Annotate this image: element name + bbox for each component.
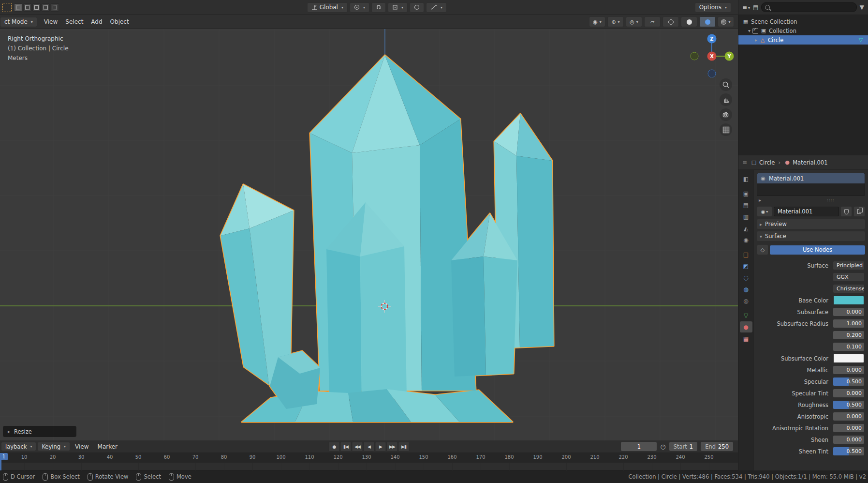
overlays-dropdown[interactable]: ◎▾ [626,16,642,27]
use-nodes-button[interactable]: Use Nodes [770,245,865,255]
playback-dropdown[interactable]: layback ▾ [1,442,36,451]
previous-keyframe-button[interactable]: ◀◀ [352,442,363,452]
disclosure-triangle[interactable]: ▾ [748,28,750,33]
filter-icon[interactable]: ▼ [860,4,864,11]
property-subsurface[interactable]: 0.000 [833,308,864,316]
jump-to-end-button[interactable]: ▶▮ [398,442,410,452]
properties-editor-type-icon[interactable]: ≡ [742,159,747,166]
property-anisotropic[interactable]: 0.000 [833,412,864,421]
viewport-canvas[interactable] [0,29,738,440]
gizmo-axis-z-negative[interactable] [708,70,716,77]
shading-rendered-button[interactable]: ▾ [718,16,734,27]
panel-surface[interactable]: ▾ Surface [757,231,865,241]
xray-toggle[interactable]: ▱ [644,16,661,27]
property-surface[interactable]: Principled BSDF [833,261,864,270]
menu-select[interactable]: Select [61,18,87,25]
disclosure-triangle[interactable]: ▸ [8,429,10,434]
tab-physics[interactable]: ◍ [740,284,752,295]
play-button[interactable]: ▶ [375,442,386,452]
shading-wireframe-button[interactable] [662,16,679,27]
tab-output[interactable]: ▤ [740,199,752,211]
playhead[interactable]: 1 [0,453,8,460]
display-mode-icon[interactable]: ▤ [753,4,758,11]
select-mode-invert[interactable] [42,3,50,12]
property-subsurface-color[interactable] [833,354,864,363]
operator-panel[interactable]: ▸ Resize [3,426,76,437]
menu-view[interactable]: View [40,18,61,25]
property-sheen[interactable]: 0.000 [833,436,864,444]
toggle-perspective-button[interactable] [720,123,732,136]
select-mode-set[interactable] [14,3,22,12]
tab-render[interactable]: ▣ [740,188,752,199]
keying-dropdown[interactable]: Keying ▾ [37,442,70,451]
gizmo-axis-y-negative[interactable] [691,52,698,60]
record-button[interactable]: ● [329,442,340,452]
jump-to-start-button[interactable]: ▮◀ [340,442,352,452]
property-ggx[interactable]: GGX [833,273,864,281]
tab-texture[interactable]: ▦ [740,333,752,344]
collection-checkbox[interactable] [752,28,758,34]
material-name-field[interactable]: Material.001 [774,207,839,216]
timeline-ruler[interactable]: 1 10203040506070809010011012013014015016… [0,453,738,470]
menu-marker[interactable]: Marker [94,443,121,450]
outliner-row-scene-collection[interactable]: ▦ Scene Collection [738,17,868,26]
tab-world[interactable]: ◉ [740,234,752,245]
disclosure-triangle[interactable]: ▸ [755,37,757,43]
outliner-search[interactable] [761,2,856,12]
breadcrumb-object[interactable]: □ Circle [750,159,775,166]
outliner-editor-type-icon[interactable]: ≡▾ [742,4,750,11]
tab-tool[interactable]: ◧ [740,173,752,184]
end-frame-field[interactable]: End 250 [701,442,733,451]
property-0-100[interactable]: 0.100 [833,343,864,351]
play-reverse-button[interactable]: ◀ [364,442,375,452]
property-specular-tint[interactable]: 0.000 [833,389,864,397]
property-base-color[interactable] [833,296,864,305]
current-frame-field[interactable]: 1 [621,442,657,451]
tab-particles[interactable]: ◌ [740,272,752,283]
crystal-object[interactable] [221,55,554,422]
tab-view-layer[interactable]: ▥ [740,211,752,222]
property-0-200[interactable]: 0.200 [833,331,864,339]
viewport-3d[interactable]: Right Orthographic (1) Collection | Circ… [0,29,738,440]
menu-view-timeline[interactable]: View [71,443,92,450]
navigation-gizmo[interactable]: Z Y X [689,31,735,79]
outliner-row-collection[interactable]: ▾ ▣ Collection [738,26,868,35]
tab-object-data[interactable]: ▽ [740,310,752,321]
outliner-row-circle[interactable]: ▸ △ Circle ▽ [738,35,868,45]
tab-scene[interactable]: ◭ [740,223,752,234]
gizmos-dropdown[interactable]: ⊕▾ [607,16,624,27]
specials-menu[interactable]: ▸ [759,197,761,203]
breadcrumb-material[interactable]: ● Material.001 [784,159,827,166]
tab-modifiers[interactable]: ◩ [740,260,752,272]
pan-button[interactable] [720,93,732,106]
material-slot[interactable]: ◉ Material.001 [757,173,865,183]
pivot-point-dropdown[interactable]: ▾ [350,2,369,13]
shading-material-preview-button[interactable] [699,16,716,27]
zoom-button[interactable] [720,78,732,91]
select-mode-subtract[interactable] [32,3,41,12]
property-roughness[interactable]: 0.500 [833,401,864,409]
start-frame-field[interactable]: Start 1 [669,442,697,451]
mode-dropdown[interactable]: ct Mode ▾ [0,17,37,27]
search-input[interactable] [772,4,853,10]
proportional-falloff-dropdown[interactable]: ▾ [426,2,447,13]
object-visibility-dropdown[interactable]: ◉▾ [589,16,605,27]
menu-add[interactable]: Add [87,18,106,25]
stopwatch-icon[interactable]: ◷ [660,443,665,450]
browse-material-button[interactable]: ◉▾ [757,206,772,217]
options-dropdown[interactable]: Options ▾ [695,2,731,13]
material-slot-list[interactable]: ◉ Material.001 [757,173,865,196]
active-tool-icon[interactable] [2,3,12,12]
resize-grip[interactable]: ∷∷ [827,197,834,203]
tab-material[interactable]: ● [740,321,752,332]
panel-preview[interactable]: ▸ Preview [757,219,865,229]
next-keyframe-button[interactable]: ▶▶ [387,442,398,452]
property-anisotropic-rotation[interactable]: 0.000 [833,424,864,432]
tab-constraints[interactable]: ◎ [740,295,752,306]
transform-orientation-dropdown[interactable]: Global ▾ [307,2,348,13]
property-subsurface-radius[interactable]: 1.000 [833,319,864,328]
camera-view-button[interactable] [720,108,732,121]
copy-material-button[interactable] [853,206,865,217]
snap-toggle[interactable] [371,2,386,13]
property-specular[interactable]: 0.500 [833,377,864,386]
